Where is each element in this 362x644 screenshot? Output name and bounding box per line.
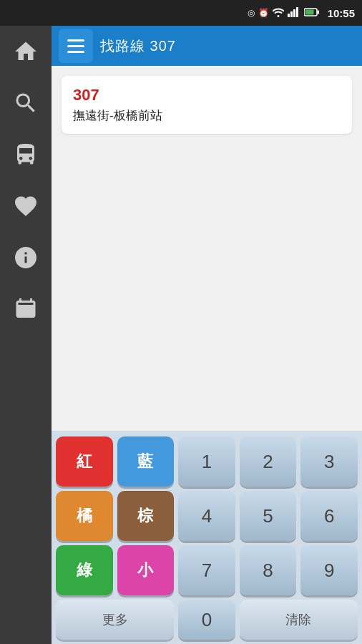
key-more[interactable]: 更多 [56, 600, 174, 640]
key-6[interactable]: 6 [300, 491, 358, 541]
home-icon [13, 39, 39, 64]
key-clear[interactable]: 清除 [240, 600, 358, 640]
svg-rect-1 [290, 11, 293, 17]
key-2[interactable]: 2 [240, 436, 297, 487]
svg-rect-6 [305, 9, 313, 14]
search-icon [13, 90, 39, 116]
status-bar: ◎ ⏰ 10:55 [0, 0, 362, 26]
sidebar-item-announcement[interactable] [0, 283, 52, 335]
key-8[interactable]: 8 [240, 545, 297, 595]
keypad-row-4: 更多 0 清除 [56, 600, 358, 640]
key-small[interactable]: 小 [117, 545, 175, 595]
route-name: 撫遠街-板橋前站 [73, 107, 341, 124]
menu-button[interactable] [59, 29, 93, 63]
key-7[interactable]: 7 [178, 545, 235, 595]
main-layout: 找路線 307 307 撫遠街-板橋前站 紅 藍 1 2 3 橘 棕 4 [0, 26, 362, 644]
key-brown[interactable]: 棕 [117, 491, 175, 541]
keypad-row-2: 橘 棕 4 5 6 [56, 491, 358, 541]
route-number: 307 [73, 86, 341, 104]
sidebar-item-search[interactable] [0, 77, 52, 129]
svg-rect-3 [296, 7, 298, 17]
key-red[interactable]: 紅 [56, 436, 113, 487]
key-green[interactable]: 綠 [56, 545, 113, 595]
keypad-row-3: 綠 小 7 8 9 [56, 545, 358, 595]
sidebar-item-info[interactable] [0, 232, 52, 283]
battery-icon [304, 8, 320, 19]
sidebar-item-favorites[interactable] [0, 180, 52, 232]
heart-icon [13, 193, 39, 219]
sidebar [0, 26, 52, 644]
keypad-area: 紅 藍 1 2 3 橘 棕 4 5 6 綠 小 7 8 9 [52, 431, 362, 644]
key-1[interactable]: 1 [178, 436, 235, 487]
sidebar-item-home[interactable] [0, 26, 52, 77]
content-area: 找路線 307 307 撫遠街-板橋前站 紅 藍 1 2 3 橘 棕 4 [52, 26, 362, 644]
signal-icon [288, 7, 300, 19]
gps-icon: ◎ [248, 8, 255, 18]
key-0[interactable]: 0 [178, 600, 235, 640]
header: 找路線 307 [52, 26, 362, 66]
alarm-icon: ⏰ [258, 8, 269, 18]
key-blue[interactable]: 藍 [117, 436, 175, 487]
svg-rect-5 [317, 10, 319, 14]
info-icon [13, 245, 39, 270]
announcement-icon [13, 296, 39, 322]
sidebar-item-bus[interactable] [0, 129, 52, 180]
key-3[interactable]: 3 [300, 436, 358, 487]
bus-icon [13, 142, 39, 167]
wifi-icon [273, 7, 284, 19]
route-results-area: 307 撫遠街-板橋前站 [52, 66, 362, 431]
key-9[interactable]: 9 [300, 545, 358, 595]
status-icons: ◎ ⏰ 10:55 [248, 7, 355, 19]
keypad-row-1: 紅 藍 1 2 3 [56, 436, 358, 487]
header-title: 找路線 307 [100, 36, 176, 56]
svg-rect-0 [288, 14, 290, 17]
status-time: 10:55 [328, 7, 355, 19]
hamburger-icon [67, 39, 84, 53]
key-4[interactable]: 4 [178, 491, 235, 541]
route-card[interactable]: 307 撫遠街-板橋前站 [62, 76, 352, 134]
key-orange[interactable]: 橘 [56, 491, 113, 541]
key-5[interactable]: 5 [240, 491, 297, 541]
svg-rect-2 [293, 9, 295, 17]
